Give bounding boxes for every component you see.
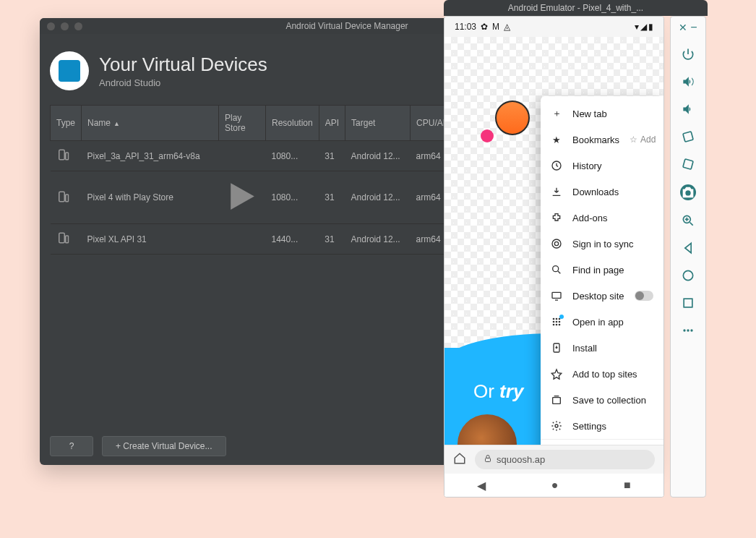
svg-point-32	[687, 329, 689, 331]
sort-ascending-icon: ▲	[113, 120, 120, 127]
emulator-toolbar: ✕ −	[670, 16, 706, 498]
nav-recent-button[interactable]: ■	[624, 479, 631, 492]
menu-history[interactable]: History	[541, 153, 663, 179]
screenshot-icon[interactable]	[680, 184, 696, 200]
svg-rect-9	[552, 292, 561, 298]
menu-open-app[interactable]: Open in app	[541, 309, 663, 335]
traffic-lights[interactable]	[47, 22, 82, 30]
menu-bookmarks[interactable]: ★Bookmarks☆ Add	[541, 127, 663, 153]
emulator-window: Android Emulator - Pixel_4_with_... 11:0…	[444, 0, 708, 498]
svg-rect-5	[65, 236, 68, 243]
phone-statusbar: 11:03 ✿ M ◬ ▾ ◢ ▮	[444, 17, 663, 37]
volume-up-icon[interactable]	[681, 74, 695, 89]
emulator-close-button[interactable]: ✕	[679, 22, 687, 33]
svg-point-13	[553, 321, 555, 323]
emulator-screen: 11:03 ✿ M ◬ ▾ ◢ ▮ Or try	[444, 16, 664, 498]
url-field[interactable]: squoosh.ap	[475, 450, 655, 469]
home-icon[interactable]	[453, 452, 466, 467]
puzzle-icon	[551, 212, 562, 223]
rotate-right-icon[interactable]	[681, 157, 695, 171]
menu-find[interactable]: Find in page	[541, 257, 663, 283]
browser-menu: ＋New tab ★Bookmarks☆ Add History Downloa…	[541, 96, 663, 458]
emulator-window-title: Android Emulator - Pixel_4_with_...	[508, 3, 643, 13]
android-navbar: ◀ ● ■	[444, 474, 663, 497]
settings-icon: ✿	[481, 22, 488, 32]
svg-rect-27	[683, 159, 693, 169]
clock-icon	[551, 160, 562, 171]
avd-header-title: Your Virtual Devices	[99, 54, 267, 76]
svg-rect-20	[553, 398, 561, 404]
help-button[interactable]: ?	[50, 436, 93, 456]
menu-save-collection[interactable]: Save to collection	[541, 387, 663, 413]
avatar	[495, 101, 530, 135]
svg-point-10	[553, 318, 555, 320]
svg-rect-4	[59, 233, 64, 243]
desktop-toggle[interactable]	[635, 291, 653, 301]
gear-icon	[551, 420, 562, 432]
android-studio-logo	[50, 51, 89, 90]
more-icon[interactable]	[681, 323, 695, 338]
menu-add-top-sites[interactable]: Add to top sites	[541, 361, 663, 387]
menu-addons[interactable]: Add-ons	[541, 205, 663, 231]
avd-header-subtitle: Android Studio	[99, 77, 267, 88]
col-target[interactable]: Target	[345, 106, 411, 141]
nav-home-button[interactable]: ●	[551, 479, 559, 492]
home-icon[interactable]	[681, 268, 695, 283]
mail-icon: M	[492, 22, 499, 32]
phone-content: Or try ＋New tab ★Bookmarks☆ Add History …	[444, 37, 663, 458]
nav-back-button[interactable]: ◀	[477, 479, 486, 492]
signal-icon: ◢	[640, 22, 647, 32]
menu-downloads[interactable]: Downloads	[541, 179, 663, 205]
avd-window-title: Android Virtual Device Manager	[285, 21, 408, 31]
svg-point-17	[556, 324, 558, 326]
url-bar: squoosh.ap	[444, 445, 663, 474]
svg-point-33	[690, 329, 692, 331]
volume-down-icon[interactable]	[681, 102, 695, 116]
col-resolution[interactable]: Resolution	[266, 106, 319, 141]
star-filled-icon: ★	[551, 134, 562, 145]
zoom-icon[interactable]	[681, 213, 695, 228]
create-device-button[interactable]: + Create Virtual Device...	[102, 436, 226, 456]
svg-rect-25	[486, 458, 491, 462]
overview-icon[interactable]	[681, 296, 695, 310]
menu-desktop-site[interactable]: Desktop site	[541, 283, 663, 309]
svg-point-29	[683, 270, 692, 280]
svg-point-31	[683, 329, 685, 331]
svg-rect-1	[65, 153, 68, 160]
wifi-icon: ▾	[635, 22, 639, 32]
hero-text: Or try	[473, 380, 523, 403]
lock-icon	[484, 454, 492, 465]
grid-icon	[551, 316, 562, 328]
svg-point-8	[553, 266, 559, 272]
svg-point-7	[552, 239, 561, 248]
svg-point-21	[555, 424, 558, 427]
power-icon[interactable]	[681, 47, 695, 61]
install-icon	[551, 342, 562, 354]
bookmarks-add[interactable]: ☆ Add	[630, 134, 656, 145]
menu-new-tab[interactable]: ＋New tab	[541, 101, 663, 127]
search-icon	[551, 264, 562, 276]
download-icon	[551, 186, 562, 197]
svg-point-18	[559, 324, 561, 326]
statusbar-time: 11:03	[455, 22, 476, 32]
col-api[interactable]: API	[319, 106, 345, 141]
plus-icon: ＋	[551, 108, 562, 119]
battery-icon: ▮	[648, 22, 653, 32]
collection-icon	[551, 394, 562, 406]
rotate-left-icon[interactable]	[681, 129, 695, 144]
svg-rect-3	[65, 195, 68, 202]
svg-rect-30	[684, 299, 692, 307]
col-name[interactable]: Name▲	[82, 106, 219, 141]
menu-settings[interactable]: Settings	[541, 413, 663, 439]
svg-point-15	[559, 321, 561, 323]
menu-sign-in[interactable]: Sign in to sync	[541, 231, 663, 257]
device-icon	[56, 190, 69, 203]
device-icon	[56, 148, 69, 161]
menu-install[interactable]: Install	[541, 335, 663, 361]
col-playstore[interactable]: Play Store	[219, 106, 266, 141]
col-type[interactable]: Type	[51, 106, 82, 141]
back-icon[interactable]	[681, 241, 695, 255]
emulator-minimize-button[interactable]: −	[690, 21, 697, 34]
emulator-titlebar: Android Emulator - Pixel_4_with_...	[444, 0, 708, 16]
play-store-icon	[219, 171, 266, 224]
